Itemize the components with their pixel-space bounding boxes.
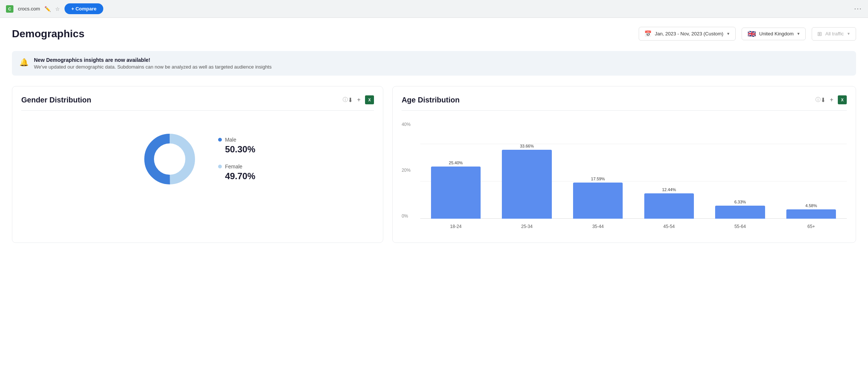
browser-chrome: C crocs.com ✏️ ☆ + Compare ··· xyxy=(0,0,868,18)
gender-legend: Male 50.30% Female 49.70% xyxy=(218,137,255,181)
gender-card-header: Gender Distribution ⓘ ⬇ + X xyxy=(21,95,374,111)
tab-url: crocs.com xyxy=(18,6,40,12)
date-picker-button[interactable]: 📅 Jan, 2023 - Nov, 2023 (Custom) ▼ xyxy=(639,27,736,41)
traffic-label: All traffic xyxy=(825,31,844,37)
bar-value-label-55-64: 6.33% xyxy=(734,200,746,204)
header-controls: 📅 Jan, 2023 - Nov, 2023 (Custom) ▼ 🇬🇧 Un… xyxy=(639,27,856,41)
gender-add-icon[interactable]: + xyxy=(357,96,361,103)
bar-axis-label-55-64: 55-64 xyxy=(735,224,746,229)
traffic-chevron-icon: ▼ xyxy=(847,32,850,36)
bar-value-label-45-54: 12.44% xyxy=(662,187,676,192)
gender-donut-chart xyxy=(140,129,199,189)
age-excel-icon[interactable]: X xyxy=(838,95,847,104)
traffic-selector-button[interactable]: ⊞ All traffic ▼ xyxy=(812,27,856,41)
bar-35-44 xyxy=(573,183,623,219)
y-label-40: 40% xyxy=(402,122,411,127)
country-selector-button[interactable]: 🇬🇧 United Kingdom ▼ xyxy=(742,28,806,40)
country-chevron-icon: ▼ xyxy=(797,32,801,36)
edit-icon[interactable]: ✏️ xyxy=(44,6,51,12)
compare-button[interactable]: + Compare xyxy=(65,3,103,14)
bar-group-35-44: 17.59%35-44 xyxy=(562,122,633,219)
date-range-label: Jan, 2023 - Nov, 2023 (Custom) xyxy=(655,31,723,37)
age-download-icon[interactable]: ⬇ xyxy=(821,96,825,104)
uk-flag-icon: 🇬🇧 xyxy=(747,31,756,37)
gender-card-actions: ⬇ + X xyxy=(348,95,374,104)
gender-distribution-card: Gender Distribution ⓘ ⬇ + X xyxy=(12,86,383,243)
gender-info-icon[interactable]: ⓘ xyxy=(343,96,348,103)
y-label-0: 0% xyxy=(402,213,411,219)
date-chevron-icon: ▼ xyxy=(726,32,730,36)
banner-title: New Demographics insights are now availa… xyxy=(34,57,271,63)
bar-axis-label-18-24: 18-24 xyxy=(450,224,462,229)
svg-point-2 xyxy=(155,145,184,173)
star-icon[interactable]: ☆ xyxy=(55,6,60,12)
more-options-icon[interactable]: ··· xyxy=(854,5,862,13)
male-legend-item: Male 50.30% xyxy=(218,137,255,155)
bar-65+ xyxy=(786,209,836,219)
bar-25-34 xyxy=(502,150,551,219)
banner-body: We've updated our demographic data. Subd… xyxy=(34,64,271,70)
female-label: Female xyxy=(225,164,242,170)
bar-axis-label-25-34: 25-34 xyxy=(521,224,533,229)
age-card-title: Age Distribution xyxy=(402,96,813,104)
notification-banner: 🔔 New Demographics insights are now avai… xyxy=(12,51,856,76)
bar-value-label-25-34: 33.66% xyxy=(520,144,534,148)
charts-row: Gender Distribution ⓘ ⬇ + X xyxy=(12,86,856,243)
bar-group-65+: 4.58%65+ xyxy=(776,122,847,219)
gender-content: Male 50.30% Female 49.70% xyxy=(21,118,374,200)
bar-group-45-54: 12.44%45-54 xyxy=(633,122,705,219)
age-bar-chart: 40% 20% 0% 25.40%18-2433.66%25-3417.59%3… xyxy=(402,122,847,234)
y-axis-labels: 40% 20% 0% xyxy=(402,122,411,219)
bar-value-label-35-44: 17.59% xyxy=(591,177,605,181)
bar-45-54 xyxy=(644,193,694,219)
male-dot xyxy=(218,138,222,142)
age-chart-area: 40% 20% 0% 25.40%18-2433.66%25-3417.59%3… xyxy=(402,118,847,234)
bar-55-64 xyxy=(715,206,765,219)
age-info-icon[interactable]: ⓘ xyxy=(815,96,821,103)
bar-axis-label-35-44: 35-44 xyxy=(592,224,604,229)
age-card-header: Age Distribution ⓘ ⬇ + X xyxy=(402,95,847,111)
bar-group-25-34: 33.66%25-34 xyxy=(491,122,563,219)
bar-value-label-65+: 4.58% xyxy=(805,203,817,208)
tab-favicon: C xyxy=(6,5,13,13)
page-title: Demographics xyxy=(12,28,639,40)
header-row: Demographics 📅 Jan, 2023 - Nov, 2023 (Cu… xyxy=(12,27,856,41)
female-dot xyxy=(218,165,222,168)
bar-group-55-64: 6.33%55-64 xyxy=(705,122,776,219)
bar-axis-label-65+: 65+ xyxy=(807,224,815,229)
bar-value-label-18-24: 25.40% xyxy=(449,161,463,165)
main-content: Demographics 📅 Jan, 2023 - Nov, 2023 (Cu… xyxy=(0,18,868,380)
banner-text: New Demographics insights are now availa… xyxy=(34,57,271,70)
gender-card-title: Gender Distribution xyxy=(21,96,340,104)
traffic-icon: ⊞ xyxy=(817,31,822,37)
country-label: United Kingdom xyxy=(759,31,794,37)
calendar-icon: 📅 xyxy=(644,30,652,37)
male-label: Male xyxy=(225,137,236,143)
male-value: 50.30% xyxy=(225,144,255,155)
bar-axis-label-45-54: 45-54 xyxy=(663,224,675,229)
age-card-actions: ⬇ + X xyxy=(821,95,847,104)
age-add-icon[interactable]: + xyxy=(830,96,833,103)
female-value: 49.70% xyxy=(225,171,255,181)
gender-download-icon[interactable]: ⬇ xyxy=(348,96,353,104)
gender-excel-icon[interactable]: X xyxy=(365,95,374,104)
bell-icon: 🔔 xyxy=(19,58,29,67)
bar-18-24 xyxy=(431,167,481,219)
female-legend-item: Female 49.70% xyxy=(218,164,255,181)
bar-group-18-24: 25.40%18-24 xyxy=(420,122,491,219)
y-label-20: 20% xyxy=(402,168,411,173)
age-distribution-card: Age Distribution ⓘ ⬇ + X 40% 20% 0% xyxy=(392,86,856,243)
